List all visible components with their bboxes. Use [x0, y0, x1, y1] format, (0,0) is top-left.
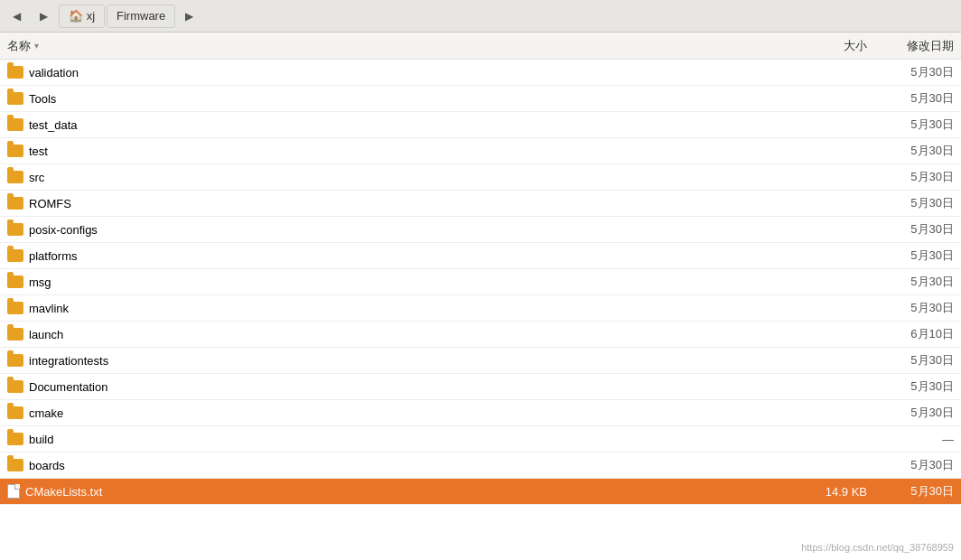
- file-date-label: 5月30日: [882, 300, 954, 316]
- breadcrumb-forward-button[interactable]: ▶: [176, 4, 201, 29]
- folder-icon: [7, 145, 23, 157]
- file-date-label: 5月30日: [882, 64, 954, 80]
- file-name-label: test: [29, 145, 809, 158]
- file-row[interactable]: cmake5月30日: [0, 400, 961, 426]
- folder-icon: [7, 275, 23, 288]
- file-date-label: 5月30日: [882, 405, 954, 421]
- watermark: https://blog.csdn.net/qq_38768959: [801, 542, 954, 553]
- file-row[interactable]: posix-configs5月30日: [0, 217, 961, 243]
- file-name-label: test_data: [29, 118, 809, 132]
- file-date-label: 5月30日: [882, 378, 954, 395]
- folder-icon: [7, 459, 23, 471]
- file-date-label: 5月30日: [882, 274, 954, 290]
- folder-icon: [7, 118, 23, 131]
- file-date-label: 5月30日: [882, 117, 954, 133]
- folder-icon: [7, 171, 23, 183]
- folder-icon: [7, 223, 23, 236]
- toolbar: ◀ ▶ 🏠 xj Firmware ▶: [0, 0, 961, 33]
- file-row[interactable]: mavlink5月30日: [0, 295, 961, 322]
- file-name-label: posix-configs: [29, 223, 809, 237]
- folder-icon: [7, 433, 23, 445]
- sort-arrow-icon: ▾: [34, 41, 39, 51]
- file-date-label: 5月30日: [882, 221, 954, 238]
- file-name-label: ROMFS: [29, 197, 809, 210]
- folder-icon: [7, 406, 23, 419]
- file-row[interactable]: Tools5月30日: [0, 86, 961, 112]
- file-name-label: boards: [29, 459, 809, 472]
- folder-icon: [7, 66, 23, 79]
- file-row[interactable]: boards5月30日: [0, 453, 961, 479]
- file-row[interactable]: build—: [0, 426, 961, 453]
- breadcrumb-root-label: xj: [87, 9, 95, 23]
- file-row[interactable]: msg5月30日: [0, 269, 961, 295]
- file-date-label: 6月10日: [882, 326, 954, 342]
- breadcrumb: 🏠 xj Firmware ▶: [58, 4, 201, 29]
- folder-icon: [7, 302, 23, 314]
- col-name-header[interactable]: 名称 ▾: [7, 38, 809, 54]
- home-icon: 🏠: [69, 9, 83, 23]
- breadcrumb-child[interactable]: Firmware: [107, 5, 175, 28]
- col-name-label: 名称: [7, 38, 31, 54]
- file-row[interactable]: test5月30日: [0, 138, 961, 164]
- column-header: 名称 ▾ 大小 修改日期: [0, 33, 961, 60]
- file-date-label: 5月30日: [882, 195, 954, 211]
- file-list: validation5月30日Tools5月30日test_data5月30日t…: [0, 60, 961, 505]
- folder-icon: [7, 380, 23, 393]
- file-name-label: msg: [29, 275, 809, 289]
- file-area: 名称 ▾ 大小 修改日期 validation5月30日Tools5月30日te…: [0, 33, 961, 560]
- breadcrumb-home[interactable]: 🏠 xj: [59, 5, 105, 28]
- folder-icon: [7, 197, 23, 210]
- file-row[interactable]: validation5月30日: [0, 60, 961, 86]
- col-size-header: 大小: [809, 38, 882, 54]
- file-date-label: —: [882, 433, 954, 446]
- file-row[interactable]: ROMFS5月30日: [0, 191, 961, 217]
- forward-button[interactable]: ▶: [31, 4, 56, 29]
- file-name-label: platforms: [29, 249, 809, 263]
- file-date-label: 5月30日: [882, 457, 954, 473]
- file-name-label: mavlink: [29, 302, 809, 315]
- folder-icon: [7, 328, 23, 341]
- file-icon: [7, 484, 20, 499]
- file-row[interactable]: platforms5月30日: [0, 243, 961, 269]
- file-name-label: Documentation: [29, 380, 809, 394]
- file-name-label: launch: [29, 328, 809, 341]
- file-row[interactable]: CMakeLists.txt14.9 KB5月30日: [0, 479, 961, 505]
- file-row[interactable]: integrationtests5月30日: [0, 348, 961, 374]
- file-date-label: 5月30日: [882, 352, 954, 369]
- file-row[interactable]: src5月30日: [0, 164, 961, 191]
- back-button[interactable]: ◀: [4, 4, 29, 29]
- file-name-label: CMakeLists.txt: [25, 485, 809, 499]
- file-name-label: cmake: [29, 406, 809, 420]
- file-name-label: validation: [29, 66, 809, 79]
- file-date-label: 5月30日: [882, 169, 954, 185]
- col-date-header: 修改日期: [882, 38, 954, 54]
- folder-icon: [7, 249, 23, 262]
- file-name-label: src: [29, 171, 809, 184]
- file-name-label: Tools: [29, 92, 809, 106]
- file-date-label: 5月30日: [882, 143, 954, 159]
- file-date-label: 5月30日: [882, 90, 954, 107]
- file-date-label: 5月30日: [882, 247, 954, 264]
- folder-icon: [7, 92, 23, 105]
- file-date-label: 5月30日: [882, 483, 954, 499]
- file-size-label: 14.9 KB: [809, 485, 882, 499]
- file-name-label: build: [29, 433, 809, 446]
- file-name-label: integrationtests: [29, 354, 809, 368]
- folder-icon: [7, 354, 23, 367]
- file-row[interactable]: Documentation5月30日: [0, 374, 961, 400]
- file-row[interactable]: test_data5月30日: [0, 112, 961, 138]
- file-row[interactable]: launch6月10日: [0, 322, 961, 348]
